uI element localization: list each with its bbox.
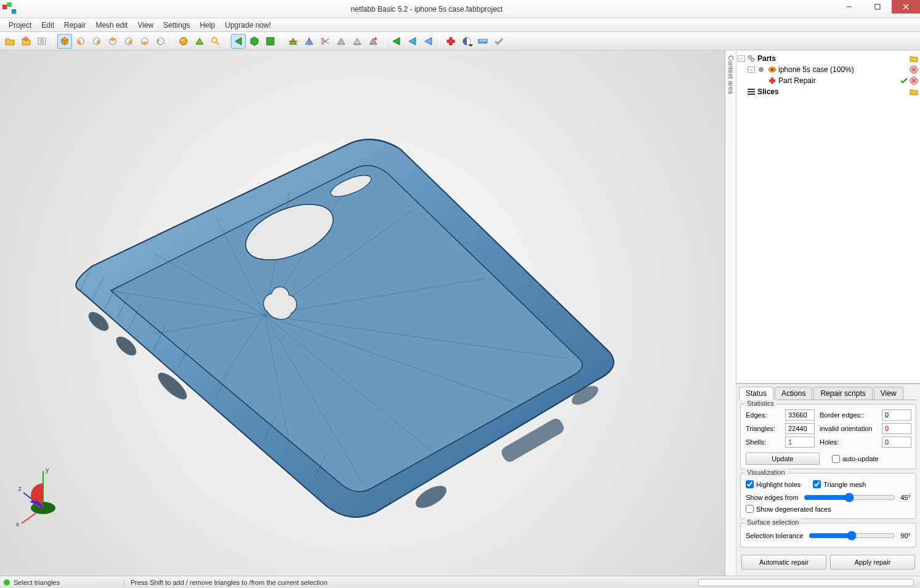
cube-top-icon[interactable] [137, 34, 152, 49]
tab-view[interactable]: View [874, 387, 903, 400]
cube-bottom-icon[interactable] [153, 34, 168, 49]
cut-mirror-icon[interactable] [302, 34, 317, 49]
value-edges[interactable] [785, 409, 815, 421]
slices-icon [746, 87, 756, 97]
automatic-repair-button[interactable]: Automatic repair [741, 555, 826, 570]
menu-settings[interactable]: Settings [158, 20, 195, 31]
menu-edit[interactable]: Edit [36, 20, 59, 31]
show-degenerated-checkbox[interactable]: Show degenerated faces [746, 505, 911, 513]
folder-icon[interactable] [909, 87, 919, 97]
ruler-icon[interactable] [475, 34, 490, 49]
svg-point-13 [212, 38, 217, 42]
cube-back-icon[interactable] [89, 34, 104, 49]
flip-y-icon[interactable] [405, 34, 419, 49]
auto-update-checkbox[interactable]: auto-update [832, 455, 879, 463]
visualization-title: Visualization [744, 469, 788, 476]
analysis-swirl-icon[interactable] [459, 34, 474, 49]
context-tab-label: Context area [727, 55, 735, 94]
close-button[interactable] [892, 0, 920, 14]
tree-slices-root[interactable]: Slices [738, 86, 919, 97]
repair-cross-icon [767, 76, 777, 86]
visibility-eye-icon[interactable] [767, 65, 777, 75]
cut-tri-icon[interactable] [286, 34, 301, 49]
menu-view[interactable]: View [132, 20, 158, 31]
visibility-gray-icon[interactable] [756, 65, 766, 75]
right-panel: − Parts − iphone 5s case (100%) Part Rep… [736, 50, 920, 576]
sphere-icon[interactable] [176, 34, 191, 49]
green-arrow-left-icon[interactable] [231, 34, 246, 49]
menu-upgrade[interactable]: Upgrade now! [220, 20, 276, 31]
zoom-icon[interactable] [208, 34, 223, 49]
svg-rect-15 [267, 38, 274, 45]
viewport-3d[interactable]: y x z [0, 50, 725, 576]
cube-persp-icon[interactable] [57, 34, 72, 49]
value-edges-angle: 45° [900, 494, 911, 501]
expand-icon[interactable]: − [738, 55, 745, 62]
axis-widget[interactable]: y x z [12, 465, 74, 526]
gray-tri-1-icon[interactable] [334, 34, 349, 49]
repair-tabs: Status Actions Repair scripts View [739, 387, 918, 400]
edges-angle-slider[interactable] [804, 493, 896, 502]
value-invalid-orientation[interactable] [882, 423, 911, 434]
value-border-edges[interactable] [882, 409, 911, 421]
progress-bar [698, 579, 914, 586]
repair-red-cross-icon[interactable] [443, 34, 458, 49]
model-render [31, 131, 616, 525]
tree-parts-root[interactable]: − Parts [738, 53, 919, 64]
menu-help[interactable]: Help [195, 20, 220, 31]
value-shells[interactable] [785, 437, 815, 448]
cube-front-icon[interactable] [73, 34, 88, 49]
expand-icon[interactable]: − [748, 66, 755, 73]
tolerance-slider[interactable] [809, 531, 896, 541]
visualization-group: Visualization Highlight holes Triangle m… [740, 473, 916, 519]
open-project-icon[interactable] [2, 34, 17, 49]
triangle-select-icon[interactable] [192, 34, 207, 49]
gray-tri-3-icon[interactable] [366, 34, 381, 49]
tree-item-iphone-case[interactable]: − iphone 5s case (100%) [738, 64, 919, 75]
tab-repair-scripts[interactable]: Repair scripts [813, 387, 872, 400]
delete-red-x-icon[interactable] [909, 65, 919, 75]
toolbar [0, 32, 920, 50]
highlight-holes-checkbox[interactable]: Highlight holes [746, 480, 801, 488]
menu-repair[interactable]: Repair [59, 20, 91, 31]
label-border-edges: Border edges:: [820, 411, 878, 419]
svg-rect-4 [875, 4, 880, 9]
scissors-icon[interactable] [318, 34, 333, 49]
window-title: netfabb Basic 5.2 - iphone 5s case.fabbp… [18, 5, 835, 14]
value-holes[interactable] [882, 437, 911, 448]
context-area-tab[interactable]: Context area [725, 50, 736, 576]
add-part-icon[interactable] [18, 34, 33, 49]
tree-item-label: iphone 5s case (100%) [778, 65, 909, 74]
properties-panel: Status Actions Repair scripts View Stati… [736, 384, 920, 576]
status-mode: Select triangles [14, 579, 124, 586]
label-triangles: Triangles: [746, 425, 781, 432]
green-hex-icon[interactable] [247, 34, 262, 49]
delete-red-x-icon[interactable] [909, 76, 919, 86]
cube-right-icon[interactable] [121, 34, 136, 49]
statistics-title: Statistics [744, 400, 777, 407]
flip-z-icon[interactable] [421, 34, 435, 49]
maximize-button[interactable] [863, 0, 892, 14]
tree-item-part-repair[interactable]: Part Repair [738, 75, 919, 86]
check-gray-icon[interactable] [491, 34, 506, 49]
parts-tree[interactable]: − Parts − iphone 5s case (100%) Part Rep… [736, 50, 920, 384]
minimize-button[interactable] [835, 0, 863, 14]
gray-tri-2-icon[interactable] [350, 34, 365, 49]
flip-x-icon[interactable] [389, 34, 403, 49]
svg-rect-0 [2, 4, 7, 9]
triangle-mesh-checkbox[interactable]: Triangle mesh [813, 480, 866, 488]
check-green-icon[interactable] [899, 76, 909, 86]
update-button[interactable]: Update [746, 453, 820, 465]
tab-actions[interactable]: Actions [775, 387, 812, 400]
folder-icon[interactable] [909, 54, 919, 63]
axis-x-label: x [16, 521, 19, 526]
title-bar: netfabb Basic 5.2 - iphone 5s case.fabbp… [0, 0, 920, 18]
menu-mesh-edit[interactable]: Mesh edit [91, 20, 132, 31]
value-triangles[interactable] [785, 423, 815, 434]
menu-project[interactable]: Project [4, 20, 36, 31]
tab-status[interactable]: Status [739, 387, 773, 400]
green-square-icon[interactable] [263, 34, 278, 49]
apply-repair-button[interactable]: Apply repair [830, 555, 915, 570]
cube-left-icon[interactable] [105, 34, 120, 49]
platform-overview-icon[interactable] [34, 34, 49, 49]
